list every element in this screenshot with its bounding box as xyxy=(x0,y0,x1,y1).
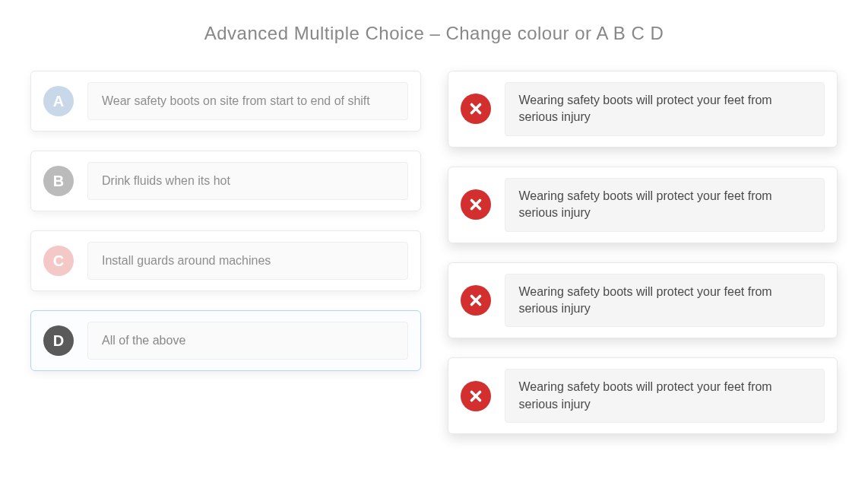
option-letter-badge: D xyxy=(43,325,74,356)
option-card-c[interactable]: C Install guards around machines xyxy=(30,230,421,291)
feedback-column: Wearing safety boots will protect your f… xyxy=(448,71,838,434)
feedback-text: Wearing safety boots will protect your f… xyxy=(505,369,825,423)
incorrect-icon xyxy=(461,285,491,316)
option-card-b[interactable]: B Drink fluids when its hot xyxy=(30,151,421,211)
option-card-a[interactable]: A Wear safety boots on site from start t… xyxy=(30,71,421,132)
option-card-d[interactable]: D All of the above xyxy=(30,310,421,371)
quiz-container: A Wear safety boots on site from start t… xyxy=(30,71,838,434)
option-letter-badge: A xyxy=(43,86,74,116)
option-letter-badge: C xyxy=(43,246,74,276)
incorrect-icon xyxy=(461,381,491,411)
option-text: All of the above xyxy=(87,322,408,360)
option-text: Drink fluids when its hot xyxy=(87,162,408,200)
options-column: A Wear safety boots on site from start t… xyxy=(30,71,421,434)
feedback-card[interactable]: Wearing safety boots will protect your f… xyxy=(448,262,838,339)
feedback-card[interactable]: Wearing safety boots will protect your f… xyxy=(448,71,838,148)
option-text: Wear safety boots on site from start to … xyxy=(87,82,408,120)
option-letter-badge: B xyxy=(43,166,74,196)
feedback-card[interactable]: Wearing safety boots will protect your f… xyxy=(448,167,838,243)
option-text: Install guards around machines xyxy=(87,242,408,280)
feedback-text: Wearing safety boots will protect your f… xyxy=(505,274,825,328)
page-title: Advanced Multiple Choice – Change colour… xyxy=(30,23,838,44)
incorrect-icon xyxy=(461,189,491,220)
incorrect-icon xyxy=(461,94,491,124)
feedback-card[interactable]: Wearing safety boots will protect your f… xyxy=(448,357,838,434)
feedback-text: Wearing safety boots will protect your f… xyxy=(505,82,825,136)
feedback-text: Wearing safety boots will protect your f… xyxy=(505,178,825,232)
